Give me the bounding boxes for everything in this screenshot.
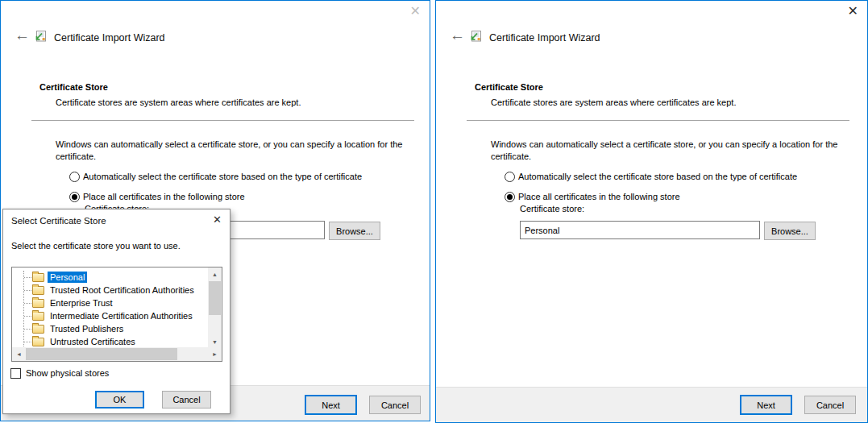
- page-subheading: Certificate stores are system areas wher…: [491, 97, 736, 107]
- browse-button[interactable]: Browse...: [329, 222, 380, 240]
- show-physical-stores-label[interactable]: Show physical stores: [26, 368, 109, 378]
- page-heading: Certificate Store: [475, 82, 543, 92]
- page-subheading: Certificate stores are system areas wher…: [56, 97, 301, 107]
- ok-button[interactable]: OK: [95, 391, 144, 408]
- dialog-instruction: Select the certificate store you want to…: [11, 241, 181, 251]
- cancel-button[interactable]: Cancel: [804, 396, 856, 414]
- folder-icon: [32, 299, 44, 308]
- next-button[interactable]: Next: [740, 395, 792, 415]
- horizontal-scrollbar[interactable]: ◄ ►: [12, 347, 222, 361]
- intro-text: Windows can automatically select a certi…: [56, 139, 404, 163]
- tree-branch: [24, 290, 31, 291]
- tree-branch: [24, 303, 31, 304]
- store-row-label[interactable]: Intermediate Certification Authorities: [48, 310, 195, 321]
- back-arrow-icon[interactable]: ←: [450, 27, 465, 43]
- scroll-right-icon[interactable]: ►: [208, 347, 222, 361]
- tree-branch: [24, 342, 31, 342]
- next-button[interactable]: Next: [305, 395, 357, 415]
- tree-branch: [24, 316, 31, 317]
- vertical-scroll-thumb[interactable]: [209, 281, 221, 315]
- radio-auto-select[interactable]: [69, 172, 80, 182]
- folder-icon: [32, 325, 44, 334]
- header-divider: [467, 120, 849, 121]
- select-certificate-store-dialog: Select Certificate Store ✕ Select the ce…: [2, 209, 230, 414]
- radio-place-in-store[interactable]: [505, 192, 515, 202]
- store-listbox: Personal Trusted Root Certification Auth…: [11, 267, 222, 362]
- certificate-import-icon: [33, 31, 48, 44]
- radio-auto-select-label[interactable]: Automatically select the certificate sto…: [518, 172, 797, 181]
- store-tree: Personal Trusted Root Certification Auth…: [12, 267, 208, 347]
- folder-icon: [32, 312, 44, 321]
- store-row[interactable]: Personal: [12, 271, 208, 284]
- store-row[interactable]: Enterprise Trust: [12, 297, 208, 309]
- dialog-cancel-button[interactable]: Cancel: [162, 391, 211, 408]
- show-physical-stores-checkbox[interactable]: [10, 368, 21, 379]
- vertical-scrollbar[interactable]: ▲ ▼: [208, 267, 222, 349]
- back-arrow-icon[interactable]: ←: [15, 27, 30, 43]
- store-row-label[interactable]: Enterprise Trust: [48, 297, 115, 309]
- horizontal-scroll-thumb[interactable]: [26, 348, 177, 360]
- footer-bar: [436, 387, 867, 422]
- radio-place-in-store[interactable]: [69, 192, 80, 202]
- tree-branch: [24, 329, 31, 330]
- store-row[interactable]: Intermediate Certification Authorities: [12, 309, 208, 322]
- header-divider: [31, 120, 414, 121]
- dialog-close-icon[interactable]: ✕: [213, 214, 222, 226]
- folder-icon: [32, 338, 44, 346]
- folder-icon: [32, 286, 44, 295]
- certificate-store-label: Certificate store:: [520, 204, 584, 214]
- scroll-left-icon[interactable]: ◄: [12, 347, 26, 361]
- store-row[interactable]: Trusted Publishers: [12, 322, 208, 335]
- browse-button[interactable]: Browse...: [764, 222, 816, 240]
- cancel-button[interactable]: Cancel: [369, 396, 421, 414]
- close-icon[interactable]: ✕: [410, 4, 421, 19]
- store-row-label[interactable]: Trusted Root Certification Authorities: [48, 284, 197, 296]
- radio-place-in-store-label[interactable]: Place all certificates in the following …: [518, 192, 680, 201]
- store-row[interactable]: Trusted Root Certification Authorities: [12, 284, 208, 297]
- folder-icon: [32, 273, 44, 282]
- close-icon[interactable]: ✕: [848, 4, 858, 19]
- store-row[interactable]: Untrusted Certificates: [12, 335, 208, 347]
- radio-auto-select-label[interactable]: Automatically select the certificate sto…: [83, 172, 362, 181]
- intro-text: Windows can automatically select a certi…: [491, 139, 839, 163]
- page-heading: Certificate Store: [39, 82, 108, 92]
- scroll-up-icon[interactable]: ▲: [208, 267, 222, 281]
- tree-branch: [24, 277, 31, 278]
- store-row-label[interactable]: Untrusted Certificates: [48, 336, 138, 347]
- certificate-store-input[interactable]: [520, 221, 760, 239]
- dialog-title: Select Certificate Store: [11, 216, 106, 226]
- radio-place-in-store-label[interactable]: Place all certificates in the following …: [83, 192, 245, 201]
- certificate-import-wizard-window-right: ✕ ← Certificate Import Wizard Certificat…: [435, 0, 868, 423]
- wizard-title: Certificate Import Wizard: [54, 32, 165, 44]
- store-row-label[interactable]: Personal: [48, 272, 87, 283]
- radio-auto-select[interactable]: [505, 172, 515, 182]
- store-row-label[interactable]: Trusted Publishers: [48, 323, 126, 334]
- certificate-import-icon: [468, 31, 483, 44]
- wizard-title: Certificate Import Wizard: [489, 32, 600, 44]
